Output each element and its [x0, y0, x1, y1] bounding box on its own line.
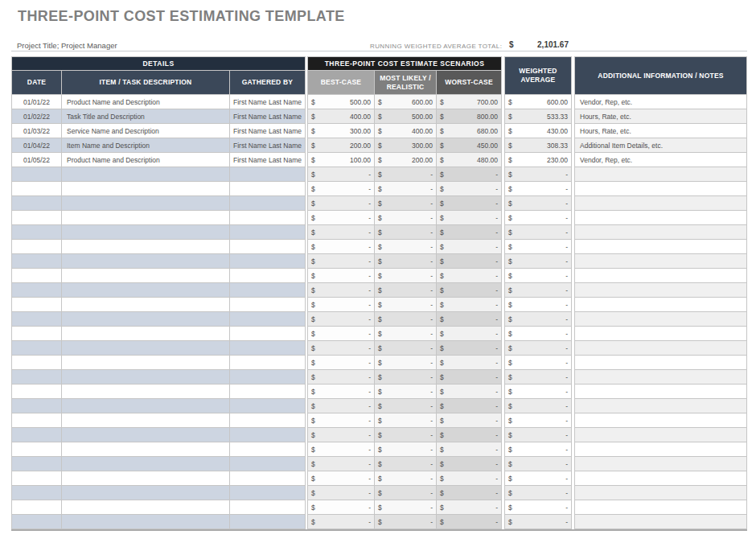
cell-best-case[interactable]: $-: [307, 442, 375, 457]
cell-worst-case[interactable]: $-: [437, 269, 502, 283]
cell-gathered-by[interactable]: First Name Last Name: [230, 138, 306, 153]
cell-worst-case[interactable]: $-: [437, 442, 502, 457]
cell-worst-case[interactable]: $-: [437, 471, 502, 486]
cell-most-likely[interactable]: $-: [375, 269, 437, 283]
cell-gathered-by[interactable]: [230, 254, 306, 269]
cell-date[interactable]: [11, 327, 62, 341]
cell-worst-case[interactable]: $480.00: [437, 153, 502, 167]
cell-gathered-by[interactable]: First Name Last Name: [230, 109, 306, 124]
cell-gathered-by[interactable]: [230, 385, 306, 399]
cell-worst-case[interactable]: $800.00: [437, 109, 502, 124]
cell-gathered-by[interactable]: [230, 356, 306, 370]
cell-worst-case[interactable]: $-: [437, 312, 502, 327]
cell-gathered-by[interactable]: [230, 211, 306, 225]
cell-date[interactable]: [11, 312, 62, 327]
cell-most-likely[interactable]: $-: [375, 225, 437, 240]
cell-item[interactable]: [62, 298, 230, 312]
cell-worst-case[interactable]: $-: [437, 428, 502, 442]
cell-worst-case[interactable]: $-: [437, 211, 502, 225]
cell-item[interactable]: [62, 370, 230, 385]
cell-notes[interactable]: [574, 500, 747, 515]
cell-notes[interactable]: [574, 225, 747, 240]
cell-most-likely[interactable]: $500.00: [375, 109, 437, 124]
cell-date[interactable]: [11, 182, 62, 196]
cell-most-likely[interactable]: $-: [375, 356, 437, 370]
cell-date[interactable]: [11, 240, 62, 254]
cell-gathered-by[interactable]: [230, 167, 306, 182]
cell-most-likely[interactable]: $-: [375, 312, 437, 327]
cell-most-likely[interactable]: $-: [375, 211, 437, 225]
cell-weighted-average[interactable]: $-: [504, 399, 572, 413]
cell-item[interactable]: [62, 196, 230, 211]
cell-gathered-by[interactable]: [230, 413, 306, 428]
cell-best-case[interactable]: $-: [307, 457, 375, 471]
cell-item[interactable]: [62, 457, 230, 471]
cell-worst-case[interactable]: $-: [437, 240, 502, 254]
cell-notes[interactable]: [574, 167, 747, 182]
cell-gathered-by[interactable]: First Name Last Name: [230, 95, 306, 109]
cell-gathered-by[interactable]: [230, 298, 306, 312]
cell-item[interactable]: [62, 399, 230, 413]
cell-date[interactable]: [11, 442, 62, 457]
cell-gathered-by[interactable]: [230, 269, 306, 283]
cell-worst-case[interactable]: $-: [437, 399, 502, 413]
cell-most-likely[interactable]: $-: [375, 254, 437, 269]
cell-worst-case[interactable]: $-: [437, 356, 502, 370]
cell-best-case[interactable]: $-: [307, 269, 375, 283]
cell-date[interactable]: 01/01/22: [11, 95, 62, 109]
cell-notes[interactable]: [574, 385, 747, 399]
cell-notes[interactable]: [574, 182, 747, 196]
cell-most-likely[interactable]: $-: [375, 341, 437, 356]
cell-notes[interactable]: [574, 269, 747, 283]
cell-worst-case[interactable]: $-: [437, 327, 502, 341]
cell-gathered-by[interactable]: [230, 471, 306, 486]
cell-best-case[interactable]: $-: [307, 500, 375, 515]
cell-item[interactable]: [62, 254, 230, 269]
cell-item[interactable]: [62, 500, 230, 515]
cell-gathered-by[interactable]: [230, 515, 306, 529]
cell-date[interactable]: [11, 269, 62, 283]
cell-item[interactable]: [62, 471, 230, 486]
cell-most-likely[interactable]: $-: [375, 413, 437, 428]
cell-item[interactable]: [62, 327, 230, 341]
cell-notes[interactable]: [574, 486, 747, 500]
cell-date[interactable]: [11, 341, 62, 356]
cell-best-case[interactable]: $-: [307, 428, 375, 442]
cell-gathered-by[interactable]: [230, 500, 306, 515]
cell-worst-case[interactable]: $-: [437, 413, 502, 428]
cell-most-likely[interactable]: $600.00: [375, 95, 437, 109]
cell-item[interactable]: [62, 312, 230, 327]
cell-notes[interactable]: [574, 327, 747, 341]
cell-date[interactable]: 01/05/22: [11, 153, 62, 167]
cell-date[interactable]: [11, 428, 62, 442]
cell-most-likely[interactable]: $200.00: [375, 153, 437, 167]
cell-most-likely[interactable]: $-: [375, 327, 437, 341]
cell-weighted-average[interactable]: $430.00: [504, 124, 572, 138]
cell-best-case[interactable]: $-: [307, 182, 375, 196]
cell-date[interactable]: [11, 196, 62, 211]
cell-gathered-by[interactable]: [230, 182, 306, 196]
cell-weighted-average[interactable]: $-: [504, 515, 572, 529]
cell-date[interactable]: [11, 399, 62, 413]
cell-item[interactable]: [62, 385, 230, 399]
cell-weighted-average[interactable]: $-: [504, 500, 572, 515]
cell-best-case[interactable]: $-: [307, 341, 375, 356]
cell-best-case[interactable]: $-: [307, 399, 375, 413]
cell-notes[interactable]: [574, 457, 747, 471]
cell-gathered-by[interactable]: [230, 225, 306, 240]
cell-worst-case[interactable]: $-: [437, 500, 502, 515]
cell-date[interactable]: [11, 500, 62, 515]
cell-best-case[interactable]: $-: [307, 240, 375, 254]
cell-most-likely[interactable]: $-: [375, 500, 437, 515]
cell-gathered-by[interactable]: [230, 457, 306, 471]
cell-weighted-average[interactable]: $-: [504, 240, 572, 254]
cell-gathered-by[interactable]: [230, 370, 306, 385]
cell-notes[interactable]: Vendor, Rep, etc.: [574, 153, 747, 167]
cell-worst-case[interactable]: $-: [437, 283, 502, 298]
cell-most-likely[interactable]: $-: [375, 457, 437, 471]
cell-weighted-average[interactable]: $-: [504, 211, 572, 225]
cell-best-case[interactable]: $-: [307, 283, 375, 298]
cell-gathered-by[interactable]: First Name Last Name: [230, 124, 306, 138]
cell-best-case[interactable]: $-: [307, 211, 375, 225]
cell-most-likely[interactable]: $400.00: [375, 124, 437, 138]
